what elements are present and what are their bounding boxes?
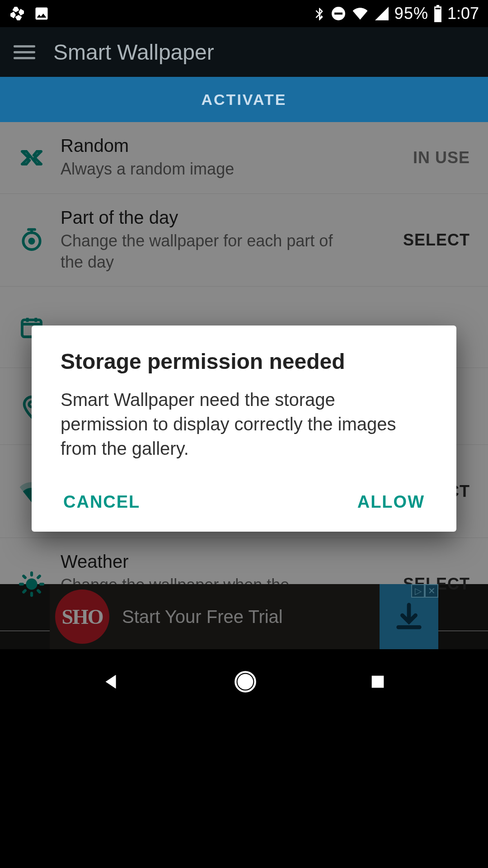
allow-button[interactable]: ALLOW bbox=[355, 486, 427, 518]
app-bar: Smart Wallpaper bbox=[0, 27, 488, 77]
svg-rect-10 bbox=[372, 676, 384, 688]
wifi-icon bbox=[351, 5, 369, 22]
back-button[interactable] bbox=[101, 671, 122, 692]
permission-dialog: Storage permission needed Smart Wallpape… bbox=[32, 326, 456, 532]
menu-icon[interactable] bbox=[14, 45, 35, 59]
battery-icon bbox=[433, 5, 443, 22]
bluetooth-icon bbox=[312, 5, 326, 22]
navigation-bar bbox=[0, 649, 488, 714]
status-left bbox=[9, 5, 50, 22]
app-title: Smart Wallpaper bbox=[53, 40, 214, 65]
signal-icon bbox=[374, 5, 390, 22]
dialog-title: Storage permission needed bbox=[61, 349, 427, 374]
image-icon bbox=[33, 5, 50, 22]
dnd-icon bbox=[330, 5, 347, 22]
recents-button[interactable] bbox=[369, 673, 387, 691]
status-right: 95% 1:07 bbox=[312, 4, 479, 23]
battery-percent: 95% bbox=[394, 4, 428, 23]
activate-label: ACTIVATE bbox=[202, 91, 287, 108]
pinwheel-icon bbox=[9, 5, 25, 22]
home-button[interactable] bbox=[234, 670, 257, 693]
svg-point-9 bbox=[239, 675, 252, 689]
cancel-button[interactable]: CANCEL bbox=[61, 486, 143, 518]
status-bar: 95% 1:07 bbox=[0, 0, 488, 27]
svg-rect-2 bbox=[435, 8, 440, 9]
clock-time: 1:07 bbox=[447, 4, 479, 23]
dialog-body: Smart Wallpaper need the storage permiss… bbox=[61, 387, 427, 461]
activate-button[interactable]: ACTIVATE bbox=[0, 77, 488, 122]
svg-rect-1 bbox=[334, 13, 343, 15]
